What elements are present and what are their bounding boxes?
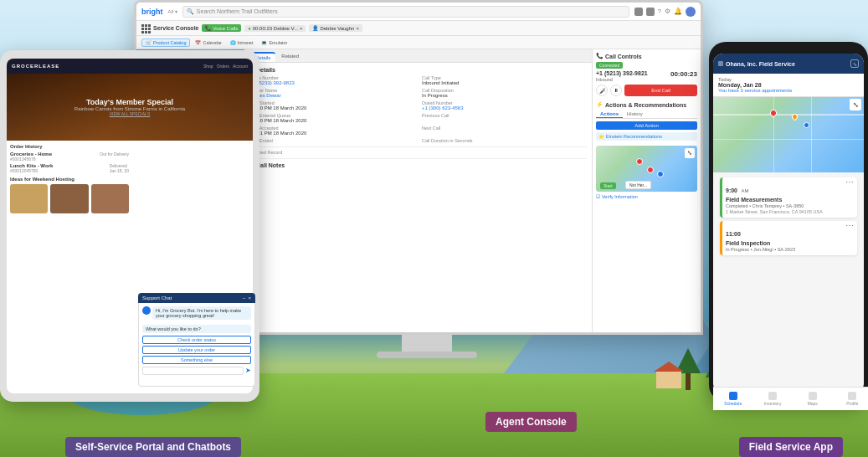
nav-label: Service Console <box>153 25 198 31</box>
mute-button[interactable]: 🎤 <box>596 85 608 96</box>
chat-option-2[interactable]: Update your order <box>142 346 251 354</box>
fs-logo-icon <box>718 61 723 66</box>
call-notes-row: ▶ Call Notes <box>250 158 587 168</box>
end-call-button[interactable]: End Call <box>624 85 697 96</box>
portal-body: Order History Groceries - Home #00013456… <box>7 141 253 393</box>
crm-topbar: bright All ▾ 🔍 Search Northern Trail Out… <box>136 3 701 21</box>
grid-icon[interactable] <box>634 8 643 16</box>
app-launcher[interactable] <box>141 24 150 33</box>
ideas-grid <box>10 184 129 213</box>
idea-thumb-2[interactable] <box>50 184 88 213</box>
phone-notch <box>772 45 805 50</box>
idea-thumb-3[interactable] <box>91 184 129 213</box>
fs-nav-inventory[interactable]: Inventory <box>753 388 794 393</box>
fs-header-left: Ohana, Inc. Field Service <box>718 61 795 67</box>
search-bar[interactable]: 🔍 Search Northern Trail Outfitters <box>182 6 629 18</box>
fs-nav-schedule[interactable]: Schedule <box>713 388 753 393</box>
detail-tabs: Details Related <box>245 49 592 63</box>
hero-title: Today's Member Special <box>74 98 185 106</box>
idea-thumb-1[interactable] <box>10 184 48 213</box>
mobile-device: Ohana, Inc. Field Service ⤡ Today Monday… <box>709 42 868 410</box>
fs-nav-profile[interactable]: Profile <box>833 388 865 393</box>
map-start-button[interactable]: Start <box>600 182 616 189</box>
call-number-value[interactable]: +1 (5233) 392-9823 <box>250 80 415 85</box>
map-expand-button[interactable]: ⤡ <box>685 148 695 158</box>
order-id-2: #00012045780 <box>10 168 53 173</box>
tab-history[interactable]: History <box>623 110 647 118</box>
house-right <box>656 362 684 388</box>
hero-text: Today's Member Special Rainbow Carrots f… <box>74 98 185 116</box>
chat-option-1[interactable]: Check order status <box>142 336 251 344</box>
owner-name-value[interactable]: James Dewar <box>250 93 415 98</box>
map-road-v2 <box>811 97 812 172</box>
chat-header: Support Chat − × <box>138 293 253 303</box>
fs-company-name: Ohana, Inc. Field Service <box>726 61 795 67</box>
chat-send-icon[interactable]: ➤ <box>245 367 251 375</box>
chat-options: Check order status Update your order Som… <box>142 336 251 364</box>
chat-close[interactable]: × <box>248 295 251 300</box>
hero-link[interactable]: VIEW ALL SPECIALS <box>74 111 185 116</box>
settings-icon[interactable]: ⚙ <box>665 8 670 15</box>
profile-icon <box>848 392 856 393</box>
map-pin-2 <box>657 171 664 177</box>
question-icon[interactable]: ? <box>658 8 661 15</box>
call-direction: Inbound <box>596 77 648 82</box>
hold-button[interactable]: ⏸ <box>610 85 622 96</box>
order-status-1: Out for Delivery <box>100 151 129 162</box>
verify-info[interactable]: ☑ Verify Information <box>596 194 697 199</box>
duration-label: Call Duration in Seconds <box>422 138 587 143</box>
chat-controls: − × <box>243 295 251 300</box>
add-action-button[interactable]: Add Action <box>596 121 697 130</box>
call-number-field: Case Number +1 (5233) 392-9823 <box>250 75 415 85</box>
tab-actions[interactable]: Actions <box>596 110 623 118</box>
tab-related[interactable]: Related <box>276 52 304 62</box>
fs-nav-maps[interactable]: Maps <box>793 388 833 393</box>
call-tab-2[interactable]: 👤 Debbie Vaughn × <box>309 24 362 32</box>
fs-expand-icon[interactable]: ⤡ <box>850 59 859 68</box>
nav-item-2[interactable]: Orders <box>217 64 229 69</box>
disposition-field: Call Disposition In Progress <box>422 88 587 98</box>
avatar-icon[interactable] <box>686 7 696 17</box>
call-tab-1[interactable]: ● 00:00:23 Debbie V... × <box>244 25 306 32</box>
calendar-tab[interactable]: 📅Calendar <box>192 39 224 46</box>
product-catalog-tab[interactable]: 🛒Product Catalog <box>141 39 190 47</box>
map-not-button[interactable]: Not Her... <box>625 181 651 189</box>
entered-queue-value: 12:30 PM 18 March 2020 <box>250 118 415 123</box>
label-self-service: Self-Service Portal and Chatbots <box>65 437 241 457</box>
appointment-card-1[interactable]: 9:00 AM ⋯ Field Measurements Completed •… <box>720 177 857 218</box>
notifications-icon[interactable]: 🔔 <box>674 8 682 15</box>
fs-map: ⤡ <box>713 97 864 172</box>
appointment-card-2[interactable]: 11:00 ⋯ Field Inspection In Progress • J… <box>720 221 857 255</box>
nav-item-1[interactable]: Shop <box>203 64 213 69</box>
portal-header: GROCERLEASE Shop Orders Account <box>7 59 253 74</box>
chat-input[interactable] <box>142 367 244 375</box>
emulator-tab[interactable]: 💻Emulator <box>258 39 290 46</box>
bookmark-icon[interactable] <box>646 8 655 16</box>
portal-hero: Today's Member Special Rainbow Carrots f… <box>7 74 253 141</box>
nav-item-3[interactable]: Account <box>233 64 248 69</box>
chat-minimize[interactable]: − <box>243 295 246 300</box>
chat-title: Support Chat <box>142 295 172 300</box>
dialed-value[interactable]: +1 (300) 623-4563 <box>422 105 587 110</box>
next-call-label: Next Call <box>422 126 587 131</box>
actions-section: ⚡ Actions & Recommendations Actions Hist… <box>596 101 697 141</box>
call-timer: 00:00:23 <box>670 70 697 78</box>
crm-navbar: Service Console 📞 Voice Calls ● 00:00:23… <box>136 21 701 36</box>
voice-calls-tab[interactable]: 📞 Voice Calls <box>202 24 241 32</box>
disposition-value: In Progress <box>422 93 587 98</box>
order-item-2[interactable]: Lunch Kits - Work #00012045780 Delivered… <box>10 163 129 173</box>
bot-question: What would you like to do? <box>142 325 251 333</box>
dots-2[interactable]: ⋯ <box>845 221 854 230</box>
map-road-h2 <box>713 139 864 140</box>
fs-header: Ohana, Inc. Field Service ⤡ <box>713 54 864 74</box>
dots-1[interactable]: ⋯ <box>845 177 854 187</box>
intranet-tab[interactable]: 🌐Intranet <box>227 39 257 46</box>
chat-option-3[interactable]: Something else <box>142 356 251 364</box>
all-dropdown[interactable]: All ▾ <box>168 8 177 14</box>
bot-greeting: Hi, I'm Grocery Bot. I'm here to help ma… <box>152 306 251 320</box>
order-item-1[interactable]: Groceries - Home #0001345678 Out for Del… <box>10 151 129 162</box>
map-zoom-button[interactable]: ⤡ <box>850 99 861 110</box>
actions-title: ⚡ Actions & Recommendations <box>596 101 697 108</box>
portal-logo: GROCERLEASE <box>12 64 59 69</box>
call-controls-section: 📞 Call Controls Connected +1 (5213) 392-… <box>596 53 697 96</box>
